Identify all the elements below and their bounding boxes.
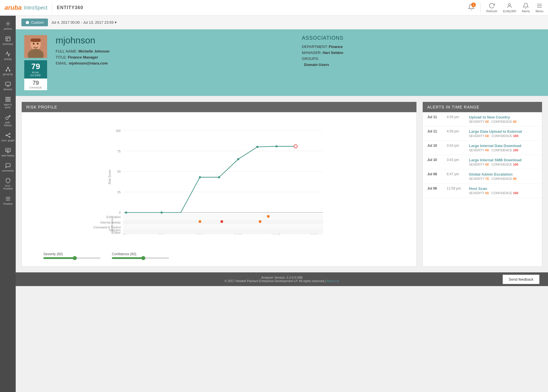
sidebar-label-comments: comments bbox=[2, 169, 14, 172]
alert-title[interactable]: Large Internal SMB Download bbox=[469, 158, 537, 162]
toolbar: Custom Jul 4, 2017 00:00 - Jul 13, 2017 … bbox=[16, 16, 548, 29]
fullname-label: FULL NAME: bbox=[56, 49, 77, 53]
sidebar-item-apps-ports[interactable]: apps & ports bbox=[0, 94, 16, 111]
alert-title[interactable]: Global Admin Escalation bbox=[469, 172, 537, 176]
svg-rect-19 bbox=[8, 100, 10, 102]
nav-divider bbox=[480, 2, 481, 13]
svg-rect-5 bbox=[6, 37, 10, 41]
profile-info: mjohnson FULL NAME: Michelle Johnson TIT… bbox=[56, 35, 293, 90]
alert-date: Jul 11 bbox=[427, 129, 444, 133]
sidebar-item-group-by[interactable]: group by bbox=[0, 64, 16, 78]
severity-label: Severity (60) bbox=[43, 252, 100, 256]
confidence-label: Confidence (60) bbox=[112, 252, 169, 256]
risk-profile-panel: RISK PROFILE Risk Score 100 75 50 25 bbox=[21, 102, 417, 267]
refresh-button[interactable]: Refresh bbox=[486, 3, 497, 13]
svg-point-71 bbox=[237, 158, 239, 160]
alert-item: Jul 10 3:43 pm Large Internal SMB Downlo… bbox=[423, 155, 542, 169]
sidebar-item-nac-timeline[interactable]: NAC Timeline bbox=[0, 176, 16, 192]
svg-point-38 bbox=[37, 43, 39, 45]
sidebar-label-web-history: web history bbox=[1, 154, 15, 157]
sliders-row: Severity (60) Confidence (60) bbox=[26, 249, 412, 262]
risk-profile-body: Risk Score 100 75 50 25 0 Jul 4 bbox=[22, 112, 416, 266]
profile-title: TITLE: Finance Manager bbox=[56, 55, 293, 59]
svg-point-8 bbox=[7, 67, 8, 68]
sidebar-label-auth-history: auth. history bbox=[1, 121, 15, 127]
alert-time: 4:59 pm bbox=[447, 115, 467, 119]
severity-thumb[interactable] bbox=[73, 256, 77, 260]
sidebar-label-apps-ports: apps & ports bbox=[1, 103, 15, 109]
alert-meta: SEVERITY 70 CONFIDENCE 80 bbox=[469, 177, 537, 180]
svg-point-22 bbox=[9, 136, 10, 137]
svg-text:0: 0 bbox=[119, 211, 121, 214]
risk-score-value: 79 bbox=[28, 62, 44, 71]
alert-title[interactable]: Host Scan bbox=[469, 186, 537, 191]
svg-point-21 bbox=[9, 133, 10, 134]
alert-meta: SEVERITY 60 CONFIDENCE 100 bbox=[469, 191, 537, 195]
svg-point-73 bbox=[275, 145, 278, 148]
sidebar-label-nac-timeline: NAC Timeline bbox=[1, 184, 15, 190]
svg-rect-25 bbox=[5, 148, 10, 152]
date-range-selector[interactable]: Jul 4, 2017 00:00 - Jul 13, 2017 23:59 ▾ bbox=[51, 20, 117, 25]
svg-point-72 bbox=[256, 146, 259, 148]
severity-track bbox=[43, 257, 100, 259]
alert-title[interactable]: Upload to New Country bbox=[469, 115, 537, 119]
svg-text:Alerts/Events: Alerts/Events bbox=[110, 218, 114, 234]
risk-score-box: 79 RISK SCORE bbox=[24, 60, 47, 79]
title-label: TITLE: bbox=[56, 55, 67, 59]
sidebar-item-web-history[interactable]: web history bbox=[0, 145, 16, 159]
fullname-value: Michelle Johnson bbox=[78, 49, 110, 53]
dept-value: Finance bbox=[329, 45, 343, 49]
top-nav: aruba IntroSpect ENTITY360 1 Refresh bbox=[0, 0, 548, 16]
notifications-button[interactable]: 1 bbox=[468, 4, 475, 12]
sidebar-item-timeline[interactable]: Timeline bbox=[0, 194, 16, 208]
svg-rect-17 bbox=[8, 97, 10, 99]
svg-point-33 bbox=[26, 21, 29, 24]
svg-point-69 bbox=[199, 176, 201, 178]
custom-button[interactable]: Custom bbox=[21, 19, 48, 26]
sidebar-item-conv-graph[interactable]: conv. graph bbox=[0, 130, 16, 144]
confidence-thumb[interactable] bbox=[141, 256, 145, 260]
email-label: EMAIL: bbox=[56, 61, 68, 65]
sidebar-item-summary[interactable]: summary bbox=[0, 34, 16, 48]
sidebar-label-actions: actions bbox=[4, 27, 12, 30]
sidebar: actions summary activity group by d bbox=[0, 16, 16, 392]
alert-title[interactable]: Large Data Upload to External bbox=[469, 129, 537, 134]
svg-point-74 bbox=[294, 145, 297, 148]
alerts-list: Jul 11 4:59 pm Upload to New Country SEV… bbox=[423, 112, 542, 198]
sidebar-item-auth-history[interactable]: auth. history bbox=[0, 112, 16, 129]
send-feedback-button[interactable]: Send feedback bbox=[503, 275, 539, 284]
svg-rect-65 bbox=[123, 224, 323, 229]
alert-info: Host Scan SEVERITY 60 CONFIDENCE 100 bbox=[469, 186, 537, 195]
entity-title: ENTITY360 bbox=[57, 5, 83, 10]
sidebar-item-comments[interactable]: comments bbox=[0, 160, 16, 174]
alert-date: Jul 11 bbox=[427, 115, 444, 119]
alerts-panel: ALERTS IN TIME RANGE Jul 11 4:59 pm Uplo… bbox=[422, 102, 542, 267]
alerts-button[interactable]: Alerts bbox=[522, 3, 530, 13]
sidebar-item-actions[interactable]: actions bbox=[0, 19, 16, 33]
copyright-text: © 2017 Hewlett Packard Enterprise Develo… bbox=[224, 279, 339, 283]
avatar bbox=[24, 35, 47, 58]
about-us-link[interactable]: About Us bbox=[326, 279, 339, 283]
alert-meta: SEVERITY 60 CONFIDENCE 100 bbox=[469, 134, 537, 138]
severity-fill bbox=[43, 257, 75, 259]
menu-button[interactable]: Menu bbox=[535, 3, 543, 13]
confidence-track bbox=[112, 257, 169, 259]
alert-title[interactable]: Large Internal Data Download bbox=[469, 144, 537, 148]
sidebar-label-conv-graph: conv. graph bbox=[1, 139, 14, 142]
mgr-label: MANAGER: bbox=[302, 51, 322, 55]
profile-section: 79 RISK SCORE 79 CHANGE mjohnson FULL NA… bbox=[16, 29, 548, 96]
alert-meta: SEVERITY 60 CONFIDENCE 60 bbox=[469, 120, 537, 123]
footer: Analyzer Version: 2.2.0.0-388 © 2017 Hew… bbox=[16, 272, 548, 286]
entity360-button[interactable]: Entity360 bbox=[503, 3, 516, 13]
alert-time: 11:59 pm bbox=[447, 186, 467, 190]
svg-rect-18 bbox=[6, 100, 7, 102]
svg-point-68 bbox=[160, 212, 163, 214]
alert-info: Large Data Upload to External SEVERITY 6… bbox=[469, 129, 537, 138]
svg-text:Exfiltration: Exfiltration bbox=[106, 215, 120, 219]
alert-item: Jul 11 4:59 pm Upload to New Country SEV… bbox=[423, 112, 542, 126]
alert-info: Global Admin Escalation SEVERITY 70 CONF… bbox=[469, 172, 537, 180]
sidebar-item-activity[interactable]: activity bbox=[0, 49, 16, 63]
svg-point-10 bbox=[9, 70, 10, 71]
sidebar-item-devices[interactable]: devices bbox=[0, 79, 16, 93]
alert-time: 6:47 pm bbox=[447, 172, 467, 176]
